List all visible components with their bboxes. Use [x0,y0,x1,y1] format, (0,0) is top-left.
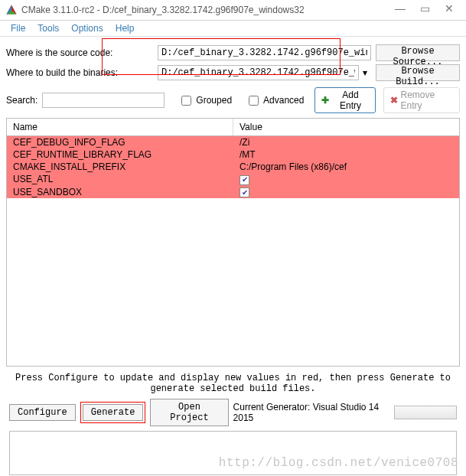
cell-name: CEF_DEBUG_INFO_FLAG [7,136,233,148]
minimize-icon[interactable]: — [389,3,411,17]
configure-button[interactable]: Configure [9,404,76,421]
source-label: Where is the source code: [6,47,158,58]
progress-bar [394,406,457,419]
cell-name: CEF_RUNTIME_LIBRARY_FLAG [7,148,233,161]
maximize-icon[interactable]: ▭ [414,3,435,17]
build-path-input[interactable] [158,65,359,80]
menu-help[interactable]: Help [116,23,135,34]
cell-value[interactable]: /Zi [233,136,459,148]
menu-file[interactable]: File [11,23,25,34]
table-row[interactable]: USE_ATL✔ [7,173,459,186]
grouped-checkbox[interactable]: Grouped [178,93,232,108]
annotation-box-generate: Generate [80,402,146,423]
source-row: Where is the source code: Browse Source.… [6,44,460,61]
plus-icon: ✚ [321,95,329,106]
chevron-down-icon[interactable]: ▾ [359,67,371,78]
menu-tools[interactable]: Tools [37,23,59,34]
cell-value[interactable]: /MT [233,148,459,161]
col-name[interactable]: Name [7,119,233,135]
open-project-button[interactable]: Open Project [150,399,228,426]
cell-name: CMAKE_INSTALL_PREFIX [7,161,233,173]
remove-entry-button: ✖Remove Entry [383,87,460,113]
x-icon: ✖ [390,95,398,106]
watermark-text: http://blog.csdn.net/venice0708 [219,456,458,470]
browse-source-button[interactable]: Browse Source... [376,44,460,61]
source-path-input[interactable] [158,45,371,60]
table-row[interactable]: USE_SANDBOX✔ [7,186,459,199]
cache-table: Name Value CEF_DEBUG_INFO_FLAG/ZiCEF_RUN… [6,118,460,367]
current-generator-text: Current Generator: Visual Studio 14 2015 [233,402,390,423]
table-row[interactable]: CEF_RUNTIME_LIBRARY_FLAG/MT [7,148,459,161]
table-row[interactable]: CMAKE_INSTALL_PREFIXC:/Program Files (x8… [7,161,459,173]
cmake-logo-icon [6,5,17,15]
checkbox-icon[interactable]: ✔ [240,175,249,185]
toolbar: Search: Grouped Advanced ✚Add Entry ✖Rem… [6,87,460,113]
search-input[interactable] [42,93,165,108]
cell-value[interactable]: C:/Program Files (x86)/cef [233,161,459,173]
close-icon[interactable]: ✕ [438,3,460,17]
build-row: Where to build the binaries: ▾ Browse Bu… [6,64,460,81]
titlebar: CMake 3.11.0-rc2 - D:/cef_binary_3.3282.… [0,0,466,21]
build-label: Where to build the binaries: [6,67,158,78]
window-title: CMake 3.11.0-rc2 - D:/cef_binary_3.3282.… [21,5,389,15]
hint-text: Press Configure to update and display ne… [6,367,460,399]
menu-options[interactable]: Options [71,23,103,34]
search-label: Search: [6,95,37,106]
table-row[interactable]: CEF_DEBUG_INFO_FLAG/Zi [7,136,459,148]
bottom-bar: Configure Generate Open Project Current … [6,399,460,431]
cell-name: USE_ATL [7,173,233,186]
advanced-checkbox[interactable]: Advanced [246,93,304,108]
col-value[interactable]: Value [233,119,459,135]
cell-name: USE_SANDBOX [7,186,233,199]
generate-button[interactable]: Generate [83,404,144,421]
checkbox-icon[interactable]: ✔ [240,187,249,197]
browse-build-button[interactable]: Browse Build... [376,64,460,81]
menubar: File Tools Options Help [0,21,466,37]
add-entry-button[interactable]: ✚Add Entry [314,87,375,113]
cell-value[interactable]: ✔ [233,173,459,186]
cell-value[interactable]: ✔ [233,186,459,199]
